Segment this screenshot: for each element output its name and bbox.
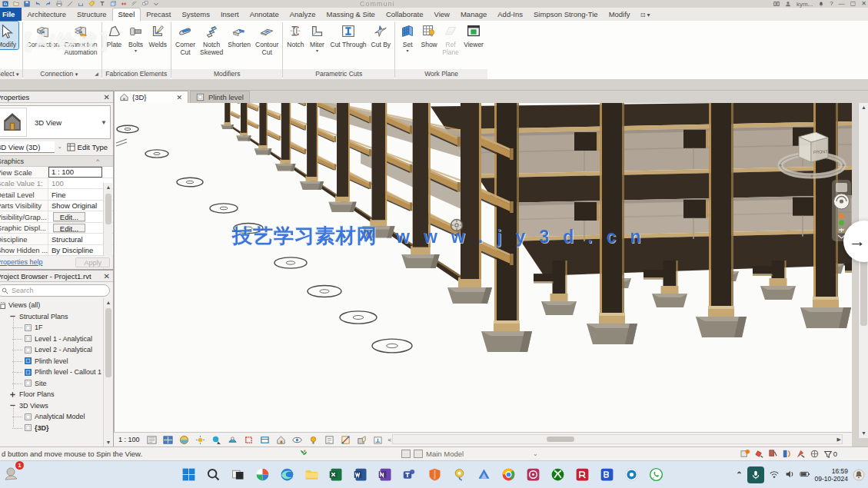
qat-section-icon[interactable] bbox=[121, 1, 127, 7]
scrollbar-thumb[interactable] bbox=[105, 308, 111, 377]
qat-undo-icon[interactable] bbox=[35, 1, 41, 7]
qat-text-icon[interactable] bbox=[99, 1, 105, 7]
design-option-value[interactable]: Main Model bbox=[426, 450, 464, 458]
panel-label[interactable]: Modifiers bbox=[171, 69, 282, 79]
ribbon-tab-add-ins[interactable]: Add-Ins bbox=[492, 8, 528, 21]
scroll-right-icon[interactable]: ▶ bbox=[837, 435, 841, 444]
properties-help-link[interactable]: Properties help bbox=[0, 258, 43, 266]
tree-item-plinth-level[interactable]: Plinth level bbox=[0, 356, 113, 367]
ribbon-tab-architecture[interactable]: Architecture bbox=[22, 8, 72, 21]
window-close-icon[interactable]: ✕ bbox=[861, 0, 866, 8]
taskbar-bluebeam-icon[interactable] bbox=[622, 466, 640, 484]
taskbar-copilot-icon[interactable] bbox=[253, 466, 271, 484]
welds-button[interactable]: Welds bbox=[147, 22, 169, 49]
scrollbar-thumb[interactable] bbox=[547, 437, 574, 442]
window-minimize-icon[interactable]: — bbox=[839, 0, 845, 8]
cut-by-button[interactable]: Cut By bbox=[369, 22, 394, 49]
scroll-up-icon[interactable]: ▲ bbox=[104, 183, 113, 192]
ref-plane-button[interactable]: RefPlane bbox=[440, 22, 461, 56]
qat-redo-icon[interactable] bbox=[45, 1, 52, 7]
notch-skewed-button[interactable]: NotchSkewed bbox=[198, 22, 225, 56]
taskbar-start-icon[interactable] bbox=[179, 466, 198, 484]
tree-item-3d[interactable]: {3D} bbox=[0, 423, 113, 434]
canvas-horizontal-scrollbar[interactable]: ▶ bbox=[392, 434, 843, 444]
view-scale-button[interactable]: 1 : 100 bbox=[118, 436, 140, 443]
type-selector-caret-icon[interactable]: ▼ bbox=[101, 119, 107, 126]
taskbar-chrome-icon[interactable] bbox=[499, 466, 517, 484]
tree-item-structural-plans[interactable]: Structural Plans bbox=[0, 311, 113, 323]
tree-item-site[interactable]: Site bbox=[0, 378, 113, 390]
drawing-area[interactable]: FRONT bbox=[114, 103, 852, 438]
tree-item-3d-views[interactable]: 3D Views bbox=[0, 400, 113, 412]
qat-3dview-icon[interactable] bbox=[110, 1, 116, 7]
tree-item-level-2---analytical[interactable]: Level 2 - Analytical bbox=[0, 344, 113, 356]
scrollbar-thumb[interactable] bbox=[860, 257, 867, 326]
taskbar-clock[interactable]: 16:59 09-10-2024 bbox=[815, 467, 848, 483]
taskbar-search-icon[interactable] bbox=[204, 466, 222, 484]
modify-button[interactable]: Modify bbox=[0, 22, 18, 49]
taskbar-word-icon[interactable] bbox=[351, 466, 370, 484]
properties-close-icon[interactable]: ✕ bbox=[104, 93, 110, 101]
taskbar-task-view-icon[interactable] bbox=[228, 466, 247, 484]
edit-button[interactable]: Edit... bbox=[53, 224, 85, 233]
edit-type-button[interactable]: Edit Type bbox=[67, 143, 111, 151]
qat-measure-icon[interactable] bbox=[67, 1, 73, 7]
panel-dropdown-icon[interactable]: ▾ bbox=[75, 71, 78, 77]
scroll-up-icon[interactable]: ▲ bbox=[104, 298, 113, 307]
scrollbar-thumb[interactable] bbox=[105, 194, 111, 224]
viewcube-front-label[interactable]: FRONT bbox=[813, 149, 829, 154]
taskbar-music-app-icon[interactable] bbox=[524, 466, 542, 484]
window-maximize-icon[interactable]: ▢ bbox=[850, 0, 856, 8]
status-link-monitor-icon[interactable] bbox=[768, 449, 780, 460]
panel-label[interactable]: Work Plane bbox=[395, 69, 487, 79]
apply-button[interactable]: Apply bbox=[75, 257, 110, 267]
viewer-button[interactable]: Viewer bbox=[461, 22, 486, 49]
connection-button[interactable]: Connection bbox=[25, 22, 62, 49]
ribbon-tab-structure[interactable]: Structure bbox=[72, 8, 112, 21]
connection-automation-button[interactable]: ConnectionAutomation bbox=[62, 22, 100, 56]
tray-chevron-icon[interactable]: ⌃ bbox=[736, 470, 742, 479]
ribbon-tab-steel[interactable]: Steel bbox=[112, 8, 141, 21]
displacement-icon[interactable] bbox=[354, 433, 369, 446]
constraints-icon[interactable] bbox=[371, 433, 385, 446]
notification-icon[interactable] bbox=[818, 1, 824, 7]
status-background-processes-icon[interactable] bbox=[782, 449, 793, 460]
bolts-button[interactable]: Bolts▾ bbox=[125, 22, 147, 53]
home-icon[interactable] bbox=[274, 433, 288, 446]
taskbar-xbox-icon[interactable] bbox=[548, 466, 567, 484]
ribbon-tab-modify[interactable]: Modify bbox=[604, 8, 636, 21]
tab-overflow-icon[interactable]: ⊡ ▾ bbox=[636, 9, 655, 21]
instance-selector[interactable]: 3D View (3D) bbox=[0, 141, 55, 153]
status-worksharing-display-icon[interactable] bbox=[740, 449, 752, 460]
plate-button[interactable]: Plate bbox=[104, 22, 125, 49]
taskbar-drive-app-icon[interactable] bbox=[474, 466, 493, 484]
crop-view-icon[interactable] bbox=[241, 433, 256, 446]
workspaces-icon[interactable] bbox=[773, 1, 780, 7]
status-select-pinned-icon[interactable] bbox=[810, 449, 821, 460]
panel-dropdown-icon[interactable]: ▾ bbox=[16, 71, 19, 77]
crop-region-icon[interactable] bbox=[258, 433, 272, 446]
scale-icon[interactable] bbox=[145, 433, 159, 446]
ribbon-tab-file[interactable]: File bbox=[0, 8, 22, 21]
reveal-hidden-icon[interactable] bbox=[306, 433, 321, 446]
taskbar-onenote-icon[interactable] bbox=[376, 466, 394, 484]
ribbon-tab-insert[interactable]: Insert bbox=[215, 8, 244, 21]
tree-item-level-1---analytical[interactable]: Level 1 - Analytical bbox=[0, 334, 113, 345]
taskbar-active-app-icon[interactable] bbox=[597, 466, 616, 484]
taskbar-plug-app-icon[interactable] bbox=[450, 466, 468, 484]
ribbon-tab-manage[interactable]: Manage bbox=[455, 8, 492, 21]
tray-wifi-icon[interactable] bbox=[769, 469, 780, 481]
ribbon-tab-precast[interactable]: Precast bbox=[141, 8, 176, 21]
properties-title-bar[interactable]: Properties ✕ bbox=[0, 91, 113, 103]
graphics-section-header[interactable]: Graphics^ bbox=[0, 156, 113, 167]
tree-item-analytical-model[interactable]: Analytical Model bbox=[0, 411, 113, 423]
edit-button[interactable]: Edit... bbox=[53, 212, 85, 221]
ribbon-tab-analyze[interactable]: Analyze bbox=[284, 8, 321, 21]
tray-volume-icon[interactable] bbox=[784, 469, 795, 481]
ribbon-tab-systems[interactable]: Systems bbox=[176, 8, 215, 21]
browser-search-input[interactable]: Search bbox=[0, 284, 110, 297]
browser-title-bar[interactable]: Project Browser - Project1.rvt ✕ bbox=[0, 271, 113, 282]
taskbar-teams-icon[interactable] bbox=[401, 466, 419, 484]
taskbar-edge-icon[interactable] bbox=[278, 466, 296, 484]
qat-switch-window-icon[interactable] bbox=[142, 1, 148, 7]
